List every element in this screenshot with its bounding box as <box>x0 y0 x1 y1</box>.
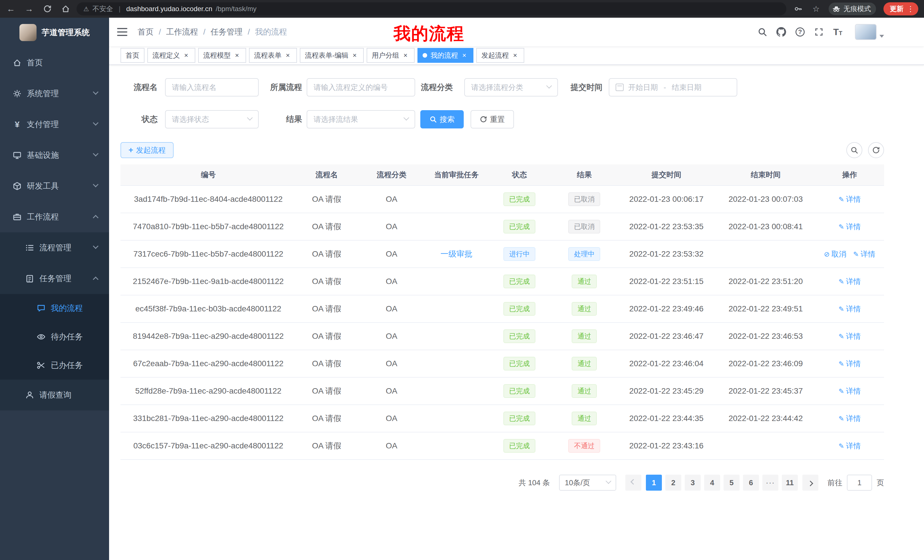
pagination-page-1[interactable]: 1 <box>646 475 662 491</box>
sidebar-item-process-management[interactable]: 流程管理 <box>0 232 109 263</box>
close-icon[interactable] <box>511 51 519 59</box>
browser-forward-icon[interactable]: → <box>24 4 34 14</box>
sidebar-item-infrastructure[interactable]: 基础设施 <box>0 140 109 171</box>
breadcrumb: 首页 工作流程 任务管理 我的流程 <box>138 27 287 37</box>
tab-process-model[interactable]: 流程模型 <box>198 48 246 63</box>
browser-update-button[interactable]: 更新 <box>884 2 918 15</box>
pagination-more[interactable]: ··· <box>762 475 778 491</box>
search-icon[interactable] <box>757 27 768 37</box>
current-task-link[interactable]: 一级审批 <box>441 250 472 258</box>
pagination-page-6[interactable]: 6 <box>743 475 759 491</box>
detail-action-link[interactable]: 详情 <box>838 277 861 286</box>
tab-label: 流程定义 <box>153 51 180 60</box>
create-process-button[interactable]: 发起流程 <box>120 142 174 158</box>
avatar[interactable] <box>855 24 877 40</box>
address-bar[interactable]: 不安全 | dashboard.yudao.iocoder.cn/bpm/tas… <box>76 2 786 15</box>
sidebar-item-leave-query[interactable]: 请假查询 <box>0 380 109 410</box>
tab-start-process[interactable]: 发起流程 <box>476 48 524 63</box>
sidebar-item-task-management[interactable]: 任务管理 <box>0 263 109 294</box>
refresh-icon <box>872 146 880 154</box>
help-icon[interactable] <box>795 27 805 37</box>
sidebar-item-home[interactable]: 首页 <box>0 47 109 78</box>
close-icon[interactable] <box>284 51 292 59</box>
tab-process-form-edit[interactable]: 流程表单-编辑 <box>300 48 364 63</box>
cell-process-id: 67c2eaab-7b9a-11ec-a290-acde48001122 <box>120 350 296 377</box>
hamburger-icon[interactable] <box>117 28 128 36</box>
detail-action-link[interactable]: 详情 <box>838 387 861 395</box>
user-menu[interactable] <box>855 24 884 40</box>
cell-current-task <box>426 268 487 295</box>
detail-action-link[interactable]: 详情 <box>853 250 876 258</box>
sidebar-item-label: 我的流程 <box>51 303 83 314</box>
cancel-action-link[interactable]: 取消 <box>824 250 846 258</box>
breadcrumb-item[interactable]: 工作流程 <box>166 27 206 37</box>
cell-status: 已完成 <box>487 322 552 350</box>
detail-action-link[interactable]: 详情 <box>838 304 861 313</box>
tab-user-group[interactable]: 用户分组 <box>367 48 415 63</box>
pagination-page-5[interactable]: 5 <box>723 475 740 491</box>
sidebar-item-my-process[interactable]: 我的流程 <box>0 294 109 322</box>
tab-process-definition[interactable]: 流程定义 <box>147 48 195 63</box>
status-badge: 已完成 <box>503 384 536 398</box>
search-button[interactable]: 搜索 <box>420 110 464 129</box>
cell-submit-time: 2022-01-22 23:49:46 <box>617 295 716 322</box>
close-icon[interactable] <box>402 51 410 59</box>
sidebar-item-system[interactable]: 系统管理 <box>0 78 109 109</box>
status-badge: 已完成 <box>503 357 536 370</box>
pagination-next-button[interactable] <box>802 475 818 491</box>
close-icon[interactable] <box>351 51 358 59</box>
process-name-input[interactable] <box>172 83 252 92</box>
cell-actions: 详情 <box>815 405 884 432</box>
column-header: 编号 <box>120 165 296 186</box>
pagination-page-11[interactable]: 11 <box>782 475 798 491</box>
detail-action-link[interactable]: 详情 <box>838 332 861 340</box>
goto-page-input[interactable] <box>847 475 872 491</box>
sidebar-item-workflow[interactable]: 工作流程 <box>0 202 109 232</box>
bookmark-star-icon[interactable] <box>811 4 821 14</box>
close-icon[interactable] <box>233 51 241 59</box>
pagination-page-2[interactable]: 2 <box>665 475 681 491</box>
refresh-table-button[interactable] <box>868 142 884 158</box>
category-select[interactable]: 请选择流程分类 <box>464 78 558 96</box>
cell-submit-time: 2022-01-22 23:45:29 <box>617 377 716 405</box>
tab-home[interactable]: 首页 <box>120 48 144 63</box>
process-name-label: 流程名 <box>120 82 165 93</box>
sidebar-item-done-tasks[interactable]: 已办任务 <box>0 351 109 380</box>
github-icon[interactable] <box>776 27 786 37</box>
font-size-icon[interactable] <box>832 27 843 37</box>
column-header: 当前审批任务 <box>426 165 487 186</box>
browser-menu-icon[interactable] <box>907 4 914 13</box>
detail-action-link[interactable]: 详情 <box>838 442 861 450</box>
password-key-icon[interactable] <box>793 4 804 14</box>
browser-back-icon[interactable]: ← <box>6 4 16 14</box>
close-icon[interactable] <box>460 51 468 59</box>
sidebar-item-devtools[interactable]: 研发工具 <box>0 171 109 202</box>
reset-button[interactable]: 重置 <box>471 110 514 129</box>
sidebar-item-todo-tasks[interactable]: 待办任务 <box>0 322 109 351</box>
page-size-select[interactable]: 10条/页 <box>559 475 616 491</box>
pagination-page-3[interactable]: 3 <box>685 475 701 491</box>
owner-process-input[interactable] <box>314 83 408 92</box>
browser-reload-icon[interactable] <box>42 4 52 14</box>
breadcrumb-item[interactable]: 首页 <box>138 27 161 37</box>
result-select[interactable]: 请选择流结果 <box>307 110 415 129</box>
cell-process-category: OA <box>357 432 426 460</box>
detail-action-link[interactable]: 详情 <box>838 359 861 368</box>
detail-action-link[interactable]: 详情 <box>838 414 861 423</box>
column-header: 提交时间 <box>617 165 716 186</box>
pagination-prev-button[interactable] <box>626 475 641 491</box>
date-range-picker[interactable]: 开始日期 - 结束日期 <box>609 78 737 96</box>
breadcrumb-item[interactable]: 任务管理 <box>211 27 250 37</box>
browser-home-icon[interactable] <box>60 4 71 14</box>
sidebar-item-label: 工作流程 <box>27 211 59 222</box>
close-icon[interactable] <box>182 51 190 59</box>
detail-action-link[interactable]: 详情 <box>838 222 861 231</box>
show-search-button[interactable] <box>846 142 862 158</box>
detail-action-link[interactable]: 详情 <box>838 195 861 204</box>
sidebar-item-payment[interactable]: 支付管理 <box>0 109 109 140</box>
tab-my-process[interactable]: 我的流程 <box>417 48 473 63</box>
fullscreen-icon[interactable] <box>814 27 824 37</box>
tab-process-form[interactable]: 流程表单 <box>249 48 297 63</box>
status-select[interactable]: 请选择状态 <box>165 110 259 129</box>
pagination-page-4[interactable]: 4 <box>704 475 720 491</box>
